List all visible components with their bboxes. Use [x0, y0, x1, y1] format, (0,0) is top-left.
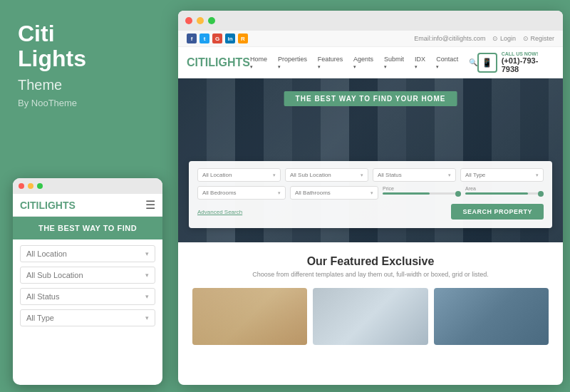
arrow-location: ▾: [273, 172, 276, 178]
nav-phone: 📱 CALL US NOW! (+01)-793-7938: [477, 51, 554, 73]
price-label: Price: [383, 186, 461, 191]
topbar-login[interactable]: ⊙ Login: [492, 35, 516, 42]
topbar-right: Email:info@citilights.com ⊙ Login ⊙ Regi…: [414, 35, 554, 42]
nav-home[interactable]: Home: [250, 56, 271, 70]
nav-links: Home Properties Features Agents Submit I…: [250, 56, 477, 70]
site-navbar: CITILIGHTS Home Properties Features Agen…: [178, 47, 563, 78]
browser-mockup: f t G in R Email:info@citilights.com ⊙ L…: [178, 11, 563, 385]
area-slider-thumb[interactable]: [538, 191, 544, 197]
property-image-2: [313, 288, 428, 345]
mobile-select-location-label: All Location: [26, 249, 67, 258]
search-property-button[interactable]: Search Property: [451, 204, 544, 220]
mobile-select-sublocation[interactable]: All Sub Location ▾: [20, 267, 155, 284]
mobile-dot-green: [37, 183, 43, 189]
area-slider-fill: [465, 192, 528, 195]
select-location[interactable]: All Location ▾: [197, 168, 281, 182]
phone-icon: 📱: [477, 53, 497, 73]
price-slider-track[interactable]: [383, 192, 461, 195]
mobile-select-arrow-1: ▾: [145, 250, 149, 257]
mobile-select-status[interactable]: All Status ▾: [20, 288, 155, 305]
property-card-2[interactable]: [313, 288, 428, 345]
mobile-menu-icon[interactable]: ☰: [145, 198, 155, 212]
search-bottom: Advanced Search Search Property: [197, 204, 544, 220]
mobile-logo: CITILIGHTS: [20, 200, 76, 211]
arrow-sublocation: ▾: [361, 172, 363, 178]
area-slider-group: Area: [465, 186, 544, 200]
topbar-email: Email:info@citilights.com: [414, 35, 485, 42]
property-card-1[interactable]: [192, 288, 307, 345]
phone-label: CALL US NOW!: [502, 51, 554, 56]
arrow-bathrooms: ▾: [370, 190, 373, 196]
mobile-select-type-label: All Type: [26, 314, 54, 322]
browser-titlebar: [178, 11, 563, 31]
search-form: All Location ▾ All Sub Location ▾ All St…: [189, 161, 552, 228]
googleplus-icon[interactable]: G: [212, 33, 222, 43]
facebook-icon[interactable]: f: [187, 33, 197, 43]
mobile-hero-text: THE BEST WAY TO FIND: [20, 224, 155, 232]
site-topbar: f t G in R Email:info@citilights.com ⊙ L…: [178, 31, 563, 47]
mobile-select-arrow-2: ▾: [145, 272, 149, 279]
select-sublocation[interactable]: All Sub Location ▾: [285, 168, 368, 182]
nav-features[interactable]: Features: [318, 56, 346, 70]
property-cards: [192, 288, 549, 345]
select-bathrooms[interactable]: All Bathrooms ▾: [290, 186, 378, 200]
site-logo: CITILIGHTS: [187, 56, 250, 69]
logo-citi: CITI: [187, 56, 208, 68]
select-status[interactable]: All Status ▾: [373, 168, 456, 182]
mobile-select-sublocation-label: All Sub Location: [26, 271, 83, 279]
site-hero: THE BEST WAY TO FIND YOUR HOME All Locat…: [178, 78, 563, 242]
mobile-logo-citi: CITI: [20, 200, 38, 211]
featured-title: Our Featured Exclusive: [192, 255, 549, 268]
area-slider-track[interactable]: [465, 192, 544, 195]
nav-agents[interactable]: Agents: [353, 56, 377, 70]
left-panel: CitiLights Theme By NooTheme CITILIGHTS …: [0, 0, 171, 392]
area-label: Area: [465, 186, 544, 191]
browser-dot-yellow[interactable]: [197, 17, 204, 24]
nav-idx[interactable]: IDX: [415, 56, 429, 70]
twitter-icon[interactable]: t: [200, 33, 209, 43]
mobile-dot-yellow: [28, 183, 33, 189]
mobile-hero-banner: THE BEST WAY TO FIND: [13, 217, 162, 239]
brand-subtitle: Theme: [18, 77, 153, 93]
nav-contact[interactable]: Contact: [436, 56, 462, 70]
property-image-1: [192, 288, 307, 345]
mobile-select-location[interactable]: All Location ▾: [20, 245, 155, 262]
price-slider-thumb[interactable]: [455, 191, 461, 197]
nav-submit[interactable]: Submit: [384, 56, 408, 70]
price-slider-group: Price: [383, 186, 461, 200]
mobile-logo-lights: LIGHTS: [38, 200, 75, 211]
mobile-dot-red: [19, 183, 24, 189]
search-row-2: All Bedrooms ▾ All Bathrooms ▾ Price Are…: [197, 186, 544, 200]
mobile-mockup: CITILIGHTS ☰ THE BEST WAY TO FIND All Lo…: [13, 178, 162, 385]
browser-dot-red[interactable]: [185, 17, 192, 24]
property-card-3[interactable]: [434, 288, 549, 345]
mobile-select-status-label: All Status: [26, 292, 59, 301]
hero-tagline: THE BEST WAY TO FIND YOUR HOME: [284, 91, 457, 106]
browser-dot-green[interactable]: [208, 17, 215, 24]
brand-by: By NooTheme: [18, 98, 153, 108]
property-image-3: [434, 288, 549, 345]
mobile-logo-bar: CITILIGHTS ☰: [13, 194, 162, 217]
topbar-social: f t G in R: [187, 33, 248, 43]
arrow-status: ▾: [448, 172, 451, 178]
linkedin-icon[interactable]: in: [225, 33, 235, 43]
arrow-bedrooms: ▾: [278, 190, 281, 196]
nav-search-icon[interactable]: 🔍: [469, 58, 477, 66]
featured-section: Our Featured Exclusive Choose from diffe…: [178, 242, 563, 358]
mobile-select-arrow-3: ▾: [145, 293, 149, 300]
mobile-select-type[interactable]: All Type ▾: [20, 309, 155, 326]
topbar-register[interactable]: ⊙ Register: [523, 35, 554, 42]
price-slider-fill: [383, 192, 430, 195]
nav-properties[interactable]: Properties: [278, 56, 311, 70]
mobile-select-arrow-4: ▾: [145, 314, 149, 321]
phone-number: (+01)-793-7938: [502, 56, 554, 73]
select-bedrooms[interactable]: All Bedrooms ▾: [197, 186, 286, 200]
arrow-type: ▾: [536, 172, 539, 178]
logo-lights: LIGHTS: [208, 56, 250, 68]
featured-description: Choose from different templates and lay …: [192, 271, 549, 278]
brand-title: CitiLights: [18, 21, 153, 71]
rss-icon[interactable]: R: [238, 33, 248, 43]
advanced-search-link[interactable]: Advanced Search: [197, 209, 242, 215]
select-type[interactable]: All Type ▾: [460, 168, 544, 182]
search-row-1: All Location ▾ All Sub Location ▾ All St…: [197, 168, 544, 182]
